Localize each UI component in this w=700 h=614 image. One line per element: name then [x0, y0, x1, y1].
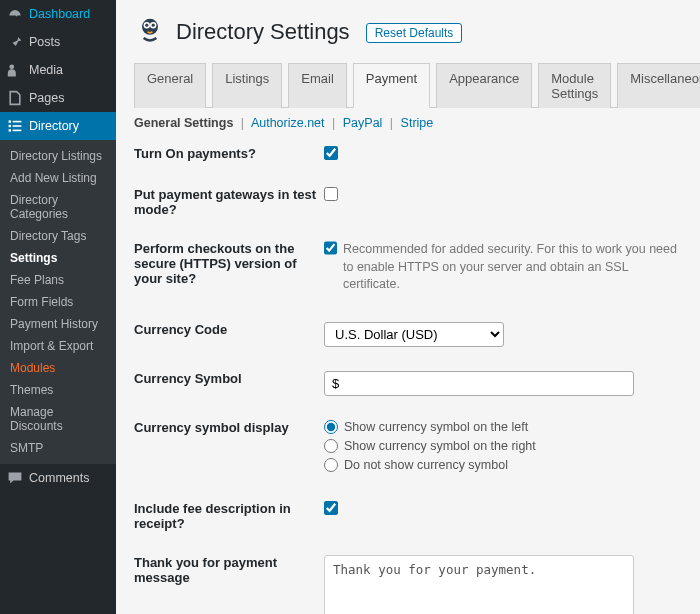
tab-module-settings[interactable]: Module Settings [538, 63, 611, 108]
admin-sidebar: Dashboard Posts Media Pages [0, 0, 116, 614]
subnav-current: General Settings [134, 116, 233, 130]
payment-subnav: General Settings | Authorize.net | PayPa… [134, 108, 682, 146]
symbol-display-option-left[interactable]: Show currency symbol on the left [324, 420, 682, 434]
page-title: Directory Settings [176, 19, 350, 45]
settings-tabs: General Listings Email Payment Appearanc… [134, 63, 682, 108]
label-currency-symbol: Currency Symbol [134, 371, 324, 386]
label-turn-on-payments: Turn On payments? [134, 146, 324, 161]
svg-rect-1 [9, 120, 11, 122]
sidebar-item-comments[interactable]: Comments [0, 464, 116, 492]
sidebar-subitem-add-new[interactable]: Add New Listing [0, 167, 116, 189]
currency-code-select[interactable]: U.S. Dollar (USD) [324, 322, 504, 347]
symbol-display-option-label: Show currency symbol on the right [344, 439, 536, 453]
sidebar-item-label: Directory [29, 119, 79, 133]
thank-you-message-textarea[interactable] [324, 555, 634, 615]
main-content: Directory Settings Reset Defaults Genera… [116, 0, 700, 614]
tab-miscellaneous[interactable]: Miscellaneous [617, 63, 700, 108]
symbol-display-option-label: Show currency symbol on the left [344, 420, 528, 434]
sidebar-subitem-fee-plans[interactable]: Fee Plans [0, 269, 116, 291]
svg-point-11 [152, 24, 155, 27]
https-checkout-checkbox[interactable] [324, 241, 337, 255]
sidebar-subitem-tags[interactable]: Directory Tags [0, 225, 116, 247]
pin-icon [7, 34, 23, 50]
media-icon [7, 62, 23, 78]
list-icon [7, 118, 23, 134]
subnav-link-stripe[interactable]: Stripe [401, 116, 434, 130]
sidebar-subitem-listings[interactable]: Directory Listings [0, 145, 116, 167]
sidebar-subitem-import-export[interactable]: Import & Export [0, 335, 116, 357]
tab-appearance[interactable]: Appearance [436, 63, 532, 108]
sidebar-subitem-settings[interactable]: Settings [0, 247, 116, 269]
comments-icon [7, 470, 23, 486]
sidebar-item-label: Pages [29, 91, 64, 105]
svg-point-10 [145, 24, 148, 27]
symbol-display-option-label: Do not show currency symbol [344, 458, 508, 472]
sidebar-subitem-form-fields[interactable]: Form Fields [0, 291, 116, 313]
dashboard-icon [7, 6, 23, 22]
currency-symbol-input[interactable] [324, 371, 634, 396]
sidebar-item-label: Media [29, 63, 63, 77]
test-mode-checkbox[interactable] [324, 187, 338, 201]
svg-rect-2 [13, 121, 22, 123]
sidebar-subitem-categories[interactable]: Directory Categories [0, 189, 116, 225]
sidebar-item-media[interactable]: Media [0, 56, 116, 84]
sidebar-item-dashboard[interactable]: Dashboard [0, 0, 116, 28]
plugin-logo-icon [134, 14, 166, 49]
subnav-link-authorize[interactable]: Authorize.net [251, 116, 325, 130]
sidebar-subitem-smtp[interactable]: SMTP [0, 437, 116, 459]
tab-general[interactable]: General [134, 63, 206, 108]
label-include-fee-desc: Include fee description in receipt? [134, 501, 324, 531]
svg-point-0 [9, 64, 14, 69]
subnav-link-paypal[interactable]: PayPal [343, 116, 383, 130]
sidebar-item-posts[interactable]: Posts [0, 28, 116, 56]
symbol-display-option-none[interactable]: Do not show currency symbol [324, 458, 682, 472]
label-currency-code: Currency Code [134, 322, 324, 337]
sidebar-item-pages[interactable]: Pages [0, 84, 116, 112]
label-https-checkout: Perform checkouts on the secure (HTTPS) … [134, 241, 324, 286]
symbol-display-radio-none[interactable] [324, 458, 338, 472]
tab-payment[interactable]: Payment [353, 63, 430, 108]
sidebar-item-label: Dashboard [29, 7, 90, 21]
label-symbol-display: Currency symbol display [134, 420, 324, 435]
tab-listings[interactable]: Listings [212, 63, 282, 108]
tab-email[interactable]: Email [288, 63, 347, 108]
svg-rect-3 [9, 125, 11, 127]
sidebar-subitem-themes[interactable]: Themes [0, 379, 116, 401]
sidebar-subitem-modules[interactable]: Modules [0, 357, 116, 379]
symbol-display-radio-left[interactable] [324, 420, 338, 434]
sidebar-subitem-discounts[interactable]: Manage Discounts [0, 401, 116, 437]
svg-rect-5 [9, 129, 11, 131]
page-icon [7, 90, 23, 106]
sidebar-item-label: Comments [29, 471, 89, 485]
sidebar-item-directory[interactable]: Directory [0, 112, 116, 140]
reset-defaults-button[interactable]: Reset Defaults [366, 23, 463, 43]
turn-on-payments-checkbox[interactable] [324, 146, 338, 160]
symbol-display-radio-right[interactable] [324, 439, 338, 453]
label-test-mode: Put payment gateways in test mode? [134, 187, 324, 217]
label-thank-you-msg: Thank you for payment message [134, 555, 324, 585]
sidebar-submenu: Directory Listings Add New Listing Direc… [0, 140, 116, 464]
symbol-display-option-right[interactable]: Show currency symbol on the right [324, 439, 682, 453]
https-checkout-help: Recommended for added security. For this… [343, 241, 682, 294]
svg-rect-4 [13, 125, 22, 127]
svg-rect-6 [13, 130, 22, 132]
include-fee-desc-checkbox[interactable] [324, 501, 338, 515]
sidebar-item-label: Posts [29, 35, 60, 49]
sidebar-subitem-payment-history[interactable]: Payment History [0, 313, 116, 335]
